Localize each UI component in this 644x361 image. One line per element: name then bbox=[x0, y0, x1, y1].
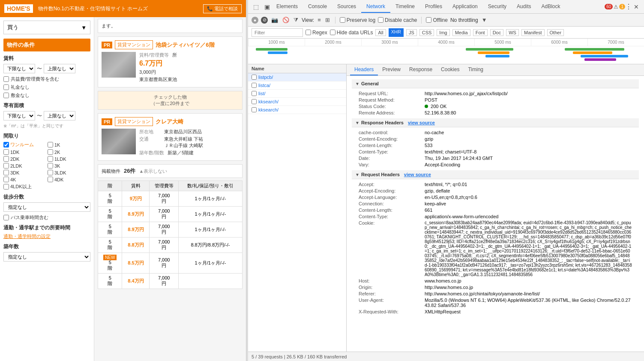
madori-item-6[interactable]: 2LDK bbox=[3, 163, 46, 168]
record-btn[interactable]: ● bbox=[252, 17, 258, 24]
list-view-icon[interactable]: ≡ bbox=[317, 17, 322, 23]
madori-item-12[interactable]: 4LDK以上 bbox=[3, 184, 46, 190]
madori-checkbox-7[interactable] bbox=[48, 163, 53, 168]
sub-tab-preview[interactable]: Preview bbox=[378, 64, 405, 75]
menseki-max-select[interactable]: 上限なし bbox=[44, 111, 75, 120]
chikin-link[interactable]: 通勤・通学時間の設定 bbox=[3, 233, 51, 240]
tab-console[interactable]: Console bbox=[303, 1, 332, 13]
madori-checkbox-2[interactable] bbox=[3, 149, 9, 155]
kensu-hide-link[interactable]: ▲表示しない bbox=[139, 168, 167, 174]
camera-icon[interactable]: 📷 bbox=[270, 17, 279, 23]
filter-icon[interactable]: ⧩ bbox=[293, 17, 299, 24]
device-icon[interactable]: ▣ bbox=[263, 3, 271, 11]
nensu-select[interactable]: 指定なし bbox=[3, 252, 90, 262]
hide-data-checkbox[interactable] bbox=[330, 30, 335, 35]
madori-checkbox-0[interactable] bbox=[3, 142, 9, 147]
tab-security[interactable]: Security bbox=[483, 1, 512, 13]
filter-other[interactable]: Other bbox=[547, 29, 564, 36]
throttle-dropdown-icon[interactable]: ▼ bbox=[481, 17, 488, 23]
sub-tab-timing[interactable]: Timing bbox=[464, 64, 488, 75]
response-headers-view-source[interactable]: view source bbox=[408, 120, 435, 125]
req-checkbox-3[interactable] bbox=[252, 99, 257, 104]
madori-item-5[interactable]: 1LDK bbox=[48, 156, 90, 162]
filter-img[interactable]: Img bbox=[437, 29, 449, 36]
filter-media[interactable]: Media bbox=[452, 29, 470, 36]
tab-sources[interactable]: Sources bbox=[332, 1, 361, 13]
madori-item-9[interactable]: 3LDK bbox=[48, 170, 90, 175]
filter-all[interactable]: All bbox=[375, 29, 386, 36]
stop-btn[interactable]: ⊘ bbox=[261, 17, 268, 24]
request-row-0[interactable]: listpcb/ bbox=[248, 73, 346, 81]
filter-font[interactable]: Font bbox=[473, 29, 488, 36]
kyoeki-checkbox[interactable] bbox=[3, 76, 9, 82]
req-checkbox-4[interactable] bbox=[252, 107, 257, 112]
request-row-3[interactable]: kksearch/ bbox=[248, 98, 346, 106]
request-headers-toggle[interactable]: ▼ Request Headers view source bbox=[352, 170, 639, 179]
listing-1-title-link[interactable]: 池袋シティハイツ／6階 bbox=[156, 41, 214, 49]
tab-audits[interactable]: Audits bbox=[512, 1, 536, 13]
disable-cache-checkbox[interactable] bbox=[378, 17, 383, 23]
phone-button[interactable]: 📞 電話で相談 bbox=[203, 4, 242, 13]
filter-js[interactable]: JS bbox=[406, 29, 417, 36]
inspect-icon[interactable]: ⬚ bbox=[252, 3, 260, 11]
general-section-toggle[interactable]: ▼ General bbox=[352, 79, 639, 88]
response-headers-toggle[interactable]: ▼ Response Headers view source bbox=[352, 118, 639, 127]
sub-tab-cookies[interactable]: Cookies bbox=[437, 64, 464, 75]
madori-item-10[interactable]: 4K bbox=[3, 177, 46, 182]
filter-doc[interactable]: Doc bbox=[490, 29, 504, 36]
filter-manifest[interactable]: Manifest bbox=[521, 29, 545, 36]
regex-checkbox[interactable] bbox=[306, 30, 311, 35]
madori-item-11[interactable]: 4DK bbox=[48, 177, 90, 182]
preserve-log-checkbox[interactable] bbox=[340, 17, 345, 23]
madori-checkbox-4[interactable] bbox=[3, 156, 9, 162]
request-row-1[interactable]: listca/ bbox=[248, 81, 346, 90]
tab-profiles[interactable]: Profiles bbox=[420, 1, 447, 13]
tab-application[interactable]: Application bbox=[447, 1, 483, 13]
tab-timeline[interactable]: Timeline bbox=[390, 1, 420, 13]
filter-xhr[interactable]: XHR bbox=[389, 28, 404, 37]
close-devtools-icon[interactable]: ✕ bbox=[632, 3, 641, 11]
buy-button[interactable]: 買う ▼ bbox=[3, 21, 90, 34]
tab-network[interactable]: Network bbox=[361, 1, 390, 13]
madori-item-1[interactable]: 1K bbox=[48, 141, 90, 148]
request-headers-view-source[interactable]: view source bbox=[404, 172, 431, 177]
listing-2-title-link[interactable]: クレア大崎 bbox=[156, 118, 183, 126]
madori-checkbox-10[interactable] bbox=[3, 177, 9, 182]
madori-checkbox-5[interactable] bbox=[48, 156, 53, 162]
tab-elements[interactable]: Elements bbox=[271, 1, 303, 13]
request-row-4[interactable]: kksearch/ bbox=[248, 106, 346, 114]
madori-item-7[interactable]: 3K bbox=[48, 163, 90, 168]
sub-tab-headers[interactable]: Headers bbox=[350, 64, 378, 75]
madori-checkbox-6[interactable] bbox=[3, 163, 9, 168]
madori-item-3[interactable]: 2K bbox=[48, 149, 90, 155]
chinryo-max-select[interactable]: 上限なし bbox=[44, 64, 75, 73]
menseki-min-select[interactable]: 下限なし bbox=[3, 111, 35, 120]
madori-checkbox-8[interactable] bbox=[3, 170, 9, 175]
madori-checkbox-11[interactable] bbox=[48, 177, 53, 182]
filter-input[interactable] bbox=[252, 28, 303, 37]
madori-item-8[interactable]: 3DK bbox=[3, 170, 46, 175]
request-row-2[interactable]: list/ bbox=[248, 90, 346, 98]
madori-item-2[interactable]: 1DK bbox=[3, 149, 46, 155]
filter-css[interactable]: CSS bbox=[419, 29, 434, 36]
shikikin-checkbox[interactable] bbox=[3, 93, 9, 98]
tsuho-select[interactable]: 指定なし bbox=[3, 202, 90, 212]
madori-checkbox-3[interactable] bbox=[48, 149, 53, 155]
offline-checkbox[interactable] bbox=[426, 17, 431, 23]
madori-item-4[interactable]: 2DK bbox=[3, 156, 46, 162]
reikin-checkbox[interactable] bbox=[3, 84, 9, 90]
more-menu-icon[interactable]: ⋮ bbox=[625, 3, 632, 11]
req-checkbox-2[interactable] bbox=[252, 91, 257, 96]
madori-checkbox-1[interactable] bbox=[48, 142, 53, 147]
req-checkbox-0[interactable] bbox=[252, 75, 257, 80]
clear-icon[interactable]: 🚫 bbox=[282, 17, 290, 23]
madori-checkbox-9[interactable] bbox=[48, 170, 53, 175]
tab-adblock[interactable]: AdBlock bbox=[536, 1, 565, 13]
chinryo-min-select[interactable]: 下限なし bbox=[3, 64, 35, 73]
madori-item-0[interactable]: ワンルーム bbox=[3, 141, 46, 148]
filter-ws[interactable]: WS bbox=[506, 29, 519, 36]
req-checkbox-1[interactable] bbox=[252, 83, 257, 88]
detail-view-icon[interactable]: ⊞ bbox=[324, 17, 331, 23]
madori-checkbox-12[interactable] bbox=[3, 184, 9, 190]
sub-tab-response[interactable]: Response bbox=[405, 64, 437, 75]
